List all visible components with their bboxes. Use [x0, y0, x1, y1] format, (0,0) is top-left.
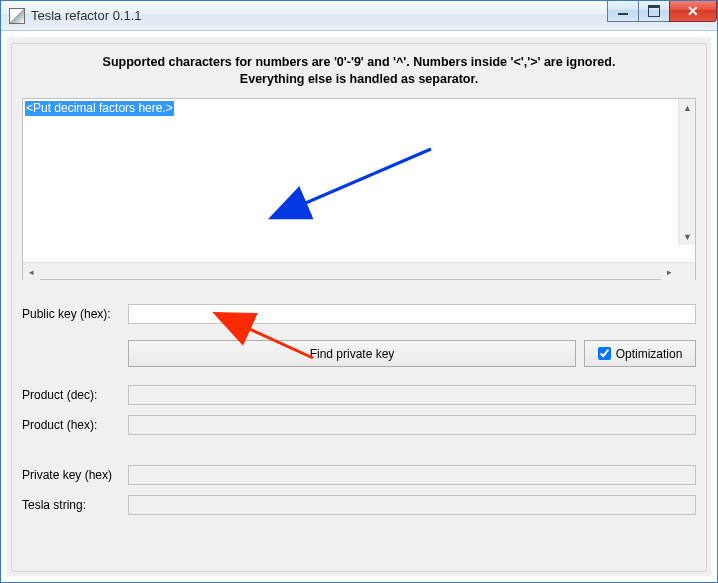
- private-key-label: Private key (hex): [22, 468, 128, 482]
- hint-line2: Everything else is handled as separator.: [240, 72, 478, 86]
- minimize-button[interactable]: [607, 1, 639, 22]
- scroll-left-icon[interactable]: ◂: [23, 263, 40, 280]
- maximize-button[interactable]: [638, 1, 670, 22]
- tesla-string-label: Tesla string:: [22, 498, 128, 512]
- client-area: Supported characters for numbers are '0'…: [7, 37, 711, 576]
- public-key-input[interactable]: [128, 304, 696, 324]
- window-title: Tesla refactor 0.1.1: [31, 1, 142, 31]
- main-groupbox: Supported characters for numbers are '0'…: [11, 43, 707, 572]
- optimization-label: Optimization: [616, 347, 683, 361]
- product-hex-row: Product (hex):: [22, 415, 696, 435]
- window-frame: Tesla refactor 0.1.1 Supported character…: [0, 0, 718, 583]
- product-hex-label: Product (hex):: [22, 418, 128, 432]
- optimization-checkbox[interactable]: [598, 347, 611, 360]
- scroll-up-icon[interactable]: ▲: [679, 99, 695, 116]
- public-key-label: Public key (hex):: [22, 307, 128, 321]
- action-row: Find private key Optimization: [22, 340, 696, 367]
- app-icon: [9, 8, 25, 24]
- optimization-toggle[interactable]: Optimization: [584, 340, 696, 367]
- product-hex-output: [128, 415, 696, 435]
- close-button[interactable]: [669, 1, 717, 22]
- scroll-down-icon[interactable]: ▼: [679, 228, 695, 245]
- private-key-row: Private key (hex): [22, 465, 696, 485]
- horizontal-scrollbar[interactable]: ◂ ▸: [23, 262, 695, 279]
- factors-textarea[interactable]: <Put decimal factors here.> ▲ ▼ ◂ ▸: [22, 98, 696, 280]
- product-dec-label: Product (dec):: [22, 388, 128, 402]
- product-dec-row: Product (dec):: [22, 385, 696, 405]
- titlebar[interactable]: Tesla refactor 0.1.1: [1, 1, 717, 31]
- scrollbar-corner: [678, 263, 695, 280]
- factors-placeholder-selected: <Put decimal factors here.>: [25, 101, 174, 116]
- tesla-string-output: [128, 495, 696, 515]
- scroll-right-icon[interactable]: ▸: [661, 263, 678, 280]
- hint-line1: Supported characters for numbers are '0'…: [103, 55, 616, 69]
- public-key-row: Public key (hex):: [22, 304, 696, 324]
- private-key-output: [128, 465, 696, 485]
- tesla-string-row: Tesla string:: [22, 495, 696, 515]
- hint-text: Supported characters for numbers are '0'…: [22, 54, 696, 88]
- vertical-scrollbar[interactable]: ▲ ▼: [678, 99, 695, 245]
- find-private-key-button[interactable]: Find private key: [128, 340, 576, 367]
- window-buttons: [608, 1, 717, 22]
- product-dec-output: [128, 385, 696, 405]
